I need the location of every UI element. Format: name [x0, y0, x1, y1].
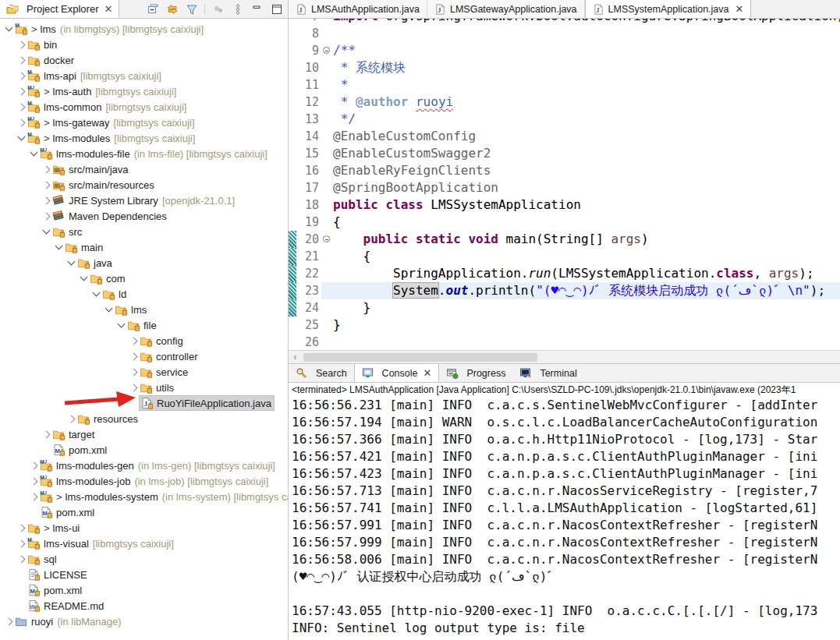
- chevron-right-icon[interactable]: [128, 338, 140, 344]
- tree-item-lms-modules-job[interactable]: MJlms-modules-job(in lms-job) [libmgtsys…: [0, 473, 288, 489]
- tree-item-lms-gateway[interactable]: MJ>lms-gateway[libmgtsys caixiuji]: [0, 115, 288, 130]
- editor-line-8[interactable]: 8: [289, 25, 840, 42]
- tree-item-src-main-resources[interactable]: src/main/resources: [0, 177, 288, 193]
- tree-item-sql[interactable]: sql: [0, 551, 288, 567]
- tree-item-lms[interactable]: lms: [0, 302, 288, 317]
- chevron-right-icon[interactable]: [41, 182, 52, 188]
- chevron-right-icon[interactable]: [41, 432, 52, 437]
- chevron-down-icon[interactable]: [90, 292, 102, 295]
- chevron-down-icon[interactable]: [115, 324, 127, 327]
- editor-tab-lmsauthapplication.java[interactable]: JLMSAuthApplication.java: [289, 0, 427, 18]
- tree-item-jre-system-library[interactable]: JRE System Library[openjdk-21.0.1]: [0, 193, 288, 208]
- tree-item-pom.xml[interactable]: Mpom.xml: [0, 582, 288, 598]
- tree-item-config[interactable]: config: [0, 333, 288, 348]
- tree-item-ruoyi[interactable]: ruoyi(in libManage): [0, 613, 288, 629]
- chevron-right-icon[interactable]: [41, 214, 52, 219]
- tree-item-main[interactable]: main: [0, 239, 288, 255]
- editor-tab-lmsgatewayapplication.java[interactable]: JLMSGatewayApplication.java: [427, 0, 585, 18]
- tree-item-file[interactable]: file: [0, 317, 288, 333]
- editor-line-21[interactable]: 21 {: [289, 248, 840, 265]
- code-editor[interactable]: 7import org.springframework.boot.autocon…: [289, 19, 840, 350]
- close-icon[interactable]: ✕: [423, 367, 431, 379]
- chevron-down-icon[interactable]: [41, 230, 52, 233]
- editor-tab-lmssystemapplication.java[interactable]: JLMSSystemApplication.java✕: [585, 0, 752, 18]
- chevron-down-icon[interactable]: [16, 136, 27, 140]
- link-with-editor-icon[interactable]: [165, 2, 179, 16]
- tree-item-com[interactable]: com: [0, 270, 288, 286]
- chevron-right-icon[interactable]: [66, 416, 77, 422]
- chevron-right-icon[interactable]: [16, 557, 27, 562]
- tree-item-lms-modules-file[interactable]: MJlms-modules-file(in lms-file) [libmgts…: [0, 146, 288, 161]
- editor-line-18[interactable]: 18public class LMSSystemApplication: [289, 196, 840, 214]
- maximize-icon[interactable]: [270, 2, 283, 16]
- console-tab-search[interactable]: Search: [289, 364, 354, 382]
- collapse-all-icon[interactable]: [146, 2, 159, 16]
- editor-line-16[interactable]: 16@EnableRyFeignClients: [289, 162, 840, 179]
- editor-line-7[interactable]: 7import org.springframework.boot.autocon…: [289, 19, 840, 25]
- chevron-right-icon[interactable]: [16, 120, 27, 126]
- tree-item-bin[interactable]: bin: [0, 37, 288, 52]
- tree-item-resources[interactable]: resources: [0, 411, 288, 426]
- editor-line-9[interactable]: 9/**: [289, 42, 840, 59]
- minimize-icon[interactable]: [250, 2, 264, 16]
- tree-item-lms-api[interactable]: Mlms-api[libmgtsys caixiuji]: [0, 68, 288, 83]
- filter-icon[interactable]: [185, 2, 198, 16]
- chevron-right-icon[interactable]: [3, 619, 15, 624]
- chevron-right-icon[interactable]: [28, 463, 40, 469]
- fold-collapse-icon[interactable]: [321, 231, 333, 248]
- editor-line-12[interactable]: 12 * @author ruoyi: [289, 94, 840, 111]
- close-icon[interactable]: ✕: [735, 3, 744, 15]
- console-tab-terminal[interactable]: Terminal: [512, 364, 583, 382]
- focus-tasks-icon[interactable]: [211, 2, 225, 16]
- chevron-right-icon[interactable]: [28, 494, 40, 500]
- editor-line-17[interactable]: 17@SpringBootApplication: [289, 179, 840, 196]
- tree-item-pom.xml[interactable]: Mpom.xml: [0, 504, 288, 520]
- tree-item-readme.md[interactable]: WREADME.md: [0, 598, 288, 613]
- tree-item-utils[interactable]: utils: [0, 380, 288, 395]
- editor-line-26[interactable]: 26: [289, 334, 840, 350]
- editor-line-23[interactable]: 23 System.out.println("(♥◠‿◠)ﾉﾞ 系统模块启动成功…: [289, 282, 840, 299]
- console-tab-progress[interactable]: Progress: [439, 364, 512, 382]
- chevron-right-icon[interactable]: [28, 479, 40, 484]
- editor-line-14[interactable]: 14@EnableCustomConfig: [289, 128, 840, 145]
- tree-item-lms-ui[interactable]: >lms-ui: [0, 520, 288, 536]
- tree-item-lms-modules-system[interactable]: MJ>lms-modules-system(in lms-system) [li…: [0, 489, 288, 504]
- tree-item-lms-common[interactable]: Mlms-common[libmgtsys caixiuji]: [0, 99, 288, 115]
- editor-line-20[interactable]: 20 public static void main(String[] args…: [289, 231, 840, 248]
- editor-line-22[interactable]: 22 SpringApplication.run(LMSSystemApplic…: [289, 265, 840, 282]
- console-tab-console[interactable]: Console✕: [354, 364, 440, 382]
- tree-item-license[interactable]: LICENSE: [0, 567, 288, 582]
- chevron-right-icon[interactable]: [128, 370, 140, 375]
- scroll-left-arrow-icon[interactable]: ‹: [289, 351, 302, 363]
- tree-item-pom.xml[interactable]: Mpom.xml: [0, 442, 288, 458]
- tree-item-src[interactable]: src: [0, 224, 288, 239]
- chevron-right-icon[interactable]: [41, 198, 52, 203]
- tree-item-src-main-java[interactable]: src/main/java: [0, 161, 288, 177]
- chevron-right-icon[interactable]: [16, 541, 27, 546]
- editor-line-10[interactable]: 10 * 系统模块: [289, 59, 840, 76]
- tree-item-target[interactable]: target: [0, 426, 288, 442]
- tree-item-java[interactable]: java: [0, 255, 288, 270]
- chevron-right-icon[interactable]: [16, 73, 27, 79]
- tree-item-docker[interactable]: docker: [0, 52, 288, 68]
- chevron-down-icon[interactable]: [66, 261, 77, 264]
- chevron-right-icon[interactable]: [16, 58, 27, 63]
- tree-item-ld[interactable]: ld: [0, 286, 288, 302]
- chevron-down-icon[interactable]: [53, 246, 65, 249]
- tree-item-service[interactable]: service: [0, 364, 288, 380]
- editor-line-19[interactable]: 19{: [289, 214, 840, 231]
- scrollbar-thumb[interactable]: [303, 353, 537, 362]
- console-output[interactable]: 16:56:56.231 [main] INFO c.a.c.s.Sentine…: [289, 397, 840, 640]
- tree-item-ruoyifileapplication.java[interactable]: JRuoYiFileApplication.java: [0, 395, 288, 411]
- view-menu-icon[interactable]: [231, 2, 244, 16]
- editor-line-24[interactable]: 24 }: [289, 299, 840, 316]
- editor-horizontal-scrollbar[interactable]: ‹: [289, 350, 840, 363]
- tree-item-lms-modules-gen[interactable]: MJlms-modules-gen(in lms-gen) [libmgtsys…: [0, 458, 288, 473]
- chevron-right-icon[interactable]: [128, 354, 140, 359]
- chevron-right-icon[interactable]: [16, 42, 27, 48]
- fold-collapse-icon[interactable]: [321, 42, 333, 59]
- tab-project-explorer[interactable]: Project Explorer ✕: [0, 0, 119, 18]
- chevron-right-icon[interactable]: [16, 104, 27, 110]
- tree-item-lms-modules[interactable]: M>lms-modules[libmgtsys caixiuji]: [0, 130, 288, 146]
- editor-line-13[interactable]: 13 */: [289, 111, 840, 128]
